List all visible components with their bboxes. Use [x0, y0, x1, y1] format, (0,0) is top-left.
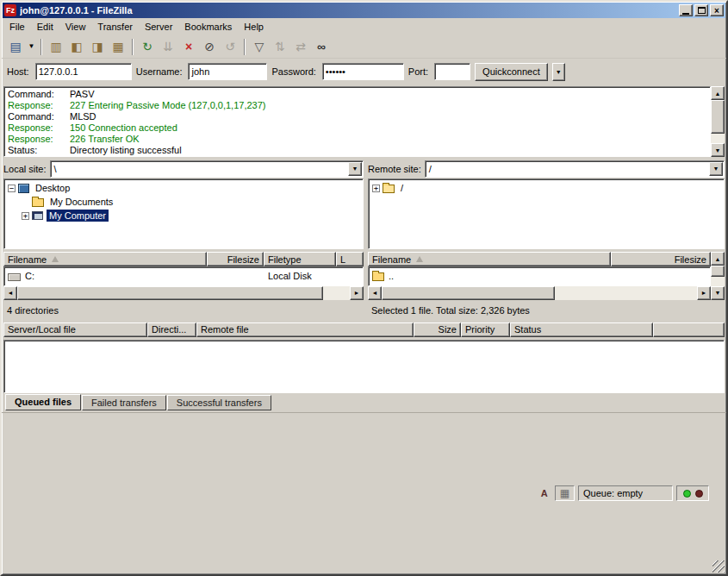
local-file-list-zone: FilenameFilesizeFiletypeL C:Local Disk ◄… [3, 252, 364, 300]
column-header-l[interactable]: L [336, 252, 364, 266]
chevron-down-icon[interactable]: ▼ [348, 162, 362, 176]
scroll-down-button[interactable]: ▼ [711, 143, 725, 157]
queue-column-header-remote-file[interactable]: Remote file [196, 322, 414, 337]
remote-list-header: FilenameFilesize [368, 252, 711, 266]
quickconnect-button[interactable]: Quickconnect [475, 63, 548, 81]
site-manager-button[interactable]: ▤ [5, 37, 26, 57]
column-header-filesize[interactable]: Filesize [611, 252, 711, 266]
local-list-header: FilenameFilesizeFiletypeL [3, 252, 364, 266]
file-name: C: [25, 271, 34, 281]
remote-tree-item-[interactable]: +/ [370, 181, 723, 195]
resize-grip[interactable] [712, 560, 725, 573]
queue-column-header-size[interactable]: Size [414, 322, 461, 337]
toggle-remote-tree-button[interactable]: ◨ [87, 37, 108, 57]
remote-vscroll-thumb[interactable] [711, 266, 725, 277]
menu-item-bookmarks[interactable]: Bookmarks [178, 18, 238, 35]
minimize-button[interactable] [679, 4, 693, 16]
column-header-filesize[interactable]: Filesize [207, 252, 264, 266]
host-input[interactable] [35, 63, 132, 80]
column-header-filetype[interactable]: Filetype [264, 252, 336, 266]
toggle-message-log-button[interactable]: ▥ [46, 37, 66, 57]
tab-queued-files[interactable]: Queued files [5, 394, 81, 410]
minimize-icon [682, 13, 689, 15]
quickconnect-dropdown-button[interactable]: ▼ [552, 63, 565, 81]
cancel-operation-button[interactable]: × [178, 37, 199, 57]
username-input[interactable] [188, 63, 267, 80]
transfer-type-indicator-icon[interactable]: A [538, 488, 551, 498]
close-icon: × [714, 6, 719, 16]
tab-successful-transfers[interactable]: Successful transfers [167, 395, 271, 410]
queue-column-header-status[interactable]: Status [510, 322, 653, 337]
scroll-up-button[interactable]: ▲ [711, 86, 725, 100]
local-hscroll-track[interactable] [17, 286, 350, 300]
file-name-cell: C: [4, 268, 208, 283]
local-horizontal-scrollbar[interactable]: ◄ ► [3, 286, 364, 300]
remote-horizontal-scrollbar[interactable]: ◄ ► [368, 286, 711, 300]
file-name-cell: .. [369, 268, 612, 283]
menu-item-help[interactable]: Help [238, 18, 270, 35]
scroll-up-button[interactable]: ▲ [711, 252, 725, 266]
tab-failed-transfers[interactable]: Failed transfers [82, 395, 166, 410]
menu-item-edit[interactable]: Edit [31, 18, 59, 35]
chevron-down-icon[interactable]: ▼ [709, 162, 723, 176]
local-file-row-c[interactable]: C:Local Disk [4, 268, 363, 283]
local-tree-item-desktop[interactable]: −Desktop [5, 181, 362, 195]
arrow-right-icon: ► [701, 290, 707, 296]
port-input[interactable] [434, 63, 470, 80]
expand-plus-icon[interactable]: + [22, 212, 29, 220]
site-manager-dropdown-button[interactable]: ▼ [26, 37, 37, 57]
scroll-down-button[interactable]: ▼ [711, 286, 725, 300]
remote-hscroll-thumb[interactable] [382, 286, 555, 300]
disconnect-button[interactable]: ⊘ [199, 37, 220, 57]
remote-site-combobox[interactable]: / ▼ [425, 160, 725, 178]
queue-column-header-server-local-file[interactable]: Server/Local file [3, 322, 147, 337]
remote-hscroll-track[interactable] [382, 286, 697, 300]
column-header-filename[interactable]: Filename [368, 252, 611, 266]
scroll-right-button[interactable]: ► [350, 286, 364, 300]
menu-item-server[interactable]: Server [139, 18, 178, 35]
toggle-transfer-queue-button[interactable]: ▦ [108, 37, 128, 57]
toggle-local-tree-button[interactable]: ◧ [66, 37, 87, 57]
log-scrollbar-thumb[interactable] [711, 100, 725, 134]
menu-item-view[interactable]: View [59, 18, 92, 35]
queue-column-header-priority[interactable]: Priority [461, 322, 510, 337]
find-files-button[interactable]: ∞ [311, 37, 332, 57]
column-header-label: Filename [372, 254, 411, 265]
password-input[interactable] [322, 63, 404, 80]
queue-column-header-directi[interactable]: Directi... [147, 322, 196, 337]
local-hscroll-thumb[interactable] [17, 286, 323, 300]
remote-file-row-[interactable]: .. [369, 268, 710, 283]
filter-button[interactable]: ▽ [249, 37, 270, 57]
column-header-label: Priority [465, 324, 495, 335]
menu-item-file[interactable]: File [3, 18, 31, 35]
transfer-queue-list[interactable] [3, 340, 725, 393]
log-line-label: Response: [8, 134, 70, 145]
process-queue-button: ⇊ [158, 37, 178, 57]
log-line: Command:MLSD [8, 111, 706, 122]
scroll-right-button[interactable]: ► [697, 286, 711, 300]
log-scrollbar[interactable]: ▲ ▼ [711, 86, 725, 157]
log-line: Command:PASV [8, 89, 706, 100]
remote-vertical-scrollbar[interactable]: ▲ ▼ [711, 252, 725, 300]
collapse-minus-icon[interactable]: − [8, 185, 16, 192]
expand-plus-icon[interactable]: + [372, 185, 380, 192]
refresh-button[interactable]: ↻ [137, 37, 158, 57]
close-button[interactable]: × [710, 4, 724, 16]
message-log-lines: Command:PASVResponse:227 Entering Passiv… [3, 86, 711, 157]
log-line-text: MLSD [70, 111, 96, 122]
title-bar[interactable]: Fz john@127.0.0.1 - FileZilla × [3, 3, 725, 18]
folder-open-icon [383, 185, 395, 193]
column-header-label: Filename [8, 254, 47, 265]
scroll-left-button[interactable]: ◄ [368, 286, 382, 300]
local-site-combobox[interactable]: \ ▼ [50, 160, 364, 178]
synchronized-browsing-button: ⇄ [290, 37, 311, 57]
log-scrollbar-track[interactable] [711, 100, 725, 143]
scroll-left-button[interactable]: ◄ [3, 286, 17, 300]
local-tree-item-my-computer[interactable]: +My Computer [5, 209, 362, 222]
menu-item-transfer[interactable]: Transfer [91, 18, 139, 35]
local-tree-item-my-documents[interactable]: My Documents [5, 195, 362, 209]
log-line-text: Directory listing successful [70, 145, 182, 155]
maximize-button[interactable] [694, 4, 708, 16]
remote-vscroll-track[interactable] [711, 266, 725, 286]
column-header-filename[interactable]: Filename [3, 252, 207, 266]
